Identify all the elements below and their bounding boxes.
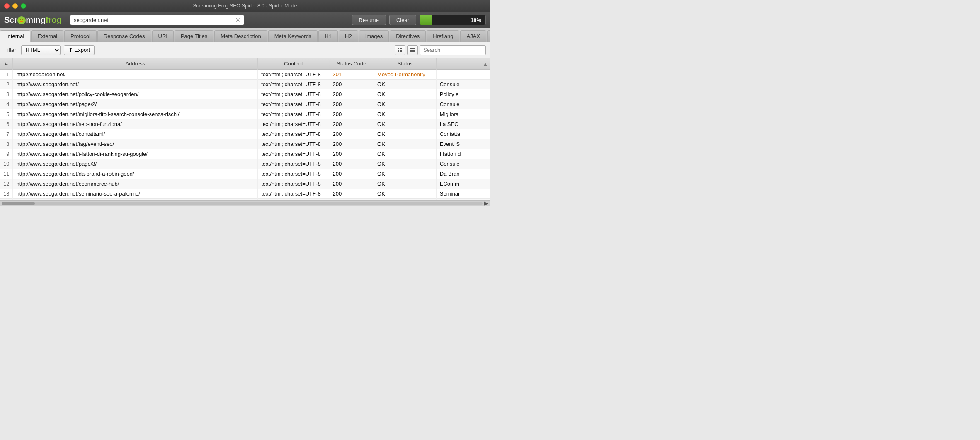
cell-status: OK — [374, 139, 437, 149]
cell-title: Policy e — [436, 89, 490, 99]
list-view-button[interactable] — [407, 45, 418, 55]
logo-ming: ming — [26, 15, 46, 24]
table-row[interactable]: 2 http://www.seogarden.net/ text/html; c… — [0, 80, 490, 89]
header-bar: Scr🐸mingfrog seogarden.net ✕ Resume Clea… — [0, 12, 490, 28]
cell-status-code: 200 — [329, 189, 374, 199]
table-row[interactable]: 5 http://www.seogarden.net/migliora-tito… — [0, 109, 490, 119]
cell-num: 1 — [0, 70, 13, 80]
cell-status: OK — [374, 99, 437, 109]
table-row[interactable]: 3 http://www.seogarden.net/policy-cookie… — [0, 89, 490, 99]
cell-content: text/html; charset=UTF-8 — [258, 179, 329, 189]
cell-status-code: 200 — [329, 109, 374, 119]
filter-select[interactable]: HTML All JavaScript CSS Images PDF Flash… — [21, 45, 61, 55]
tab-response-codes[interactable]: Response Codes — [97, 30, 151, 42]
table-row[interactable]: 13 http://www.seogarden.net/seminario-se… — [0, 189, 490, 199]
cell-content: text/html; charset=UTF-8 — [258, 70, 329, 80]
close-button[interactable] — [4, 3, 10, 9]
table-row[interactable]: 7 http://www.seogarden.net/contattami/ t… — [0, 129, 490, 139]
scroll-right-btn[interactable]: ▶ — [484, 200, 488, 206]
clear-button[interactable]: Clear — [389, 15, 416, 25]
logo: Scr🐸mingfrog — [4, 15, 62, 25]
tab-page-titles[interactable]: Page Titles — [175, 30, 213, 42]
col-content[interactable]: Content — [258, 58, 329, 70]
svg-rect-1 — [400, 48, 402, 49]
cell-address: http://www.seogarden.net/da-brand-a-robi… — [13, 169, 258, 179]
url-clear-icon[interactable]: ✕ — [235, 17, 240, 23]
table-scroll[interactable]: # Address Content Status Code Status ▲ 1… — [0, 58, 490, 200]
cell-status: OK — [374, 89, 437, 99]
table-row[interactable]: 11 http://www.seogarden.net/da-brand-a-r… — [0, 169, 490, 179]
tab-hreflang[interactable]: Hreflang — [427, 30, 459, 42]
cell-address: http://www.seogarden.net/i-fattori-di-ra… — [13, 149, 258, 159]
tree-view-button[interactable] — [395, 45, 405, 55]
cell-title: EComm — [436, 179, 490, 189]
cell-num: 8 — [0, 139, 13, 149]
table-row[interactable]: 1 http://seogarden.net/ text/html; chars… — [0, 70, 490, 80]
cell-num: 3 — [0, 89, 13, 99]
table-row[interactable]: 4 http://www.seogarden.net/page/2/ text/… — [0, 99, 490, 109]
cell-address: http://www.seogarden.net/policy-cookie-s… — [13, 89, 258, 99]
table-header-row: # Address Content Status Code Status ▲ — [0, 58, 490, 70]
cell-status-code: 301 — [329, 70, 374, 80]
col-status[interactable]: Status — [374, 58, 437, 70]
tab-images[interactable]: Images — [359, 30, 389, 42]
cell-title: Contatta — [436, 129, 490, 139]
table-row[interactable]: 10 http://www.seogarden.net/page/3/ text… — [0, 159, 490, 169]
tab-meta-keywords[interactable]: Meta Keywords — [268, 30, 318, 42]
tab-external[interactable]: External — [31, 30, 63, 42]
progress-text: 18% — [471, 17, 481, 23]
col-title[interactable]: ▲ — [436, 58, 490, 70]
cell-address: http://www.seogarden.net/ecommerce-hub/ — [13, 179, 258, 189]
cell-status: OK — [374, 109, 437, 119]
col-address[interactable]: Address — [13, 58, 258, 70]
tab-custom[interactable]: Custom — [487, 30, 490, 42]
table-row[interactable]: 6 http://www.seogarden.net/seo-non-funzi… — [0, 119, 490, 129]
cell-status-code: 200 — [329, 179, 374, 189]
tab-directives[interactable]: Directives — [390, 30, 426, 42]
cell-status-code: 200 — [329, 89, 374, 99]
tab-protocol[interactable]: Protocol — [64, 30, 97, 42]
cell-content: text/html; charset=UTF-8 — [258, 80, 329, 89]
maximize-button[interactable] — [21, 3, 26, 9]
scroll-track — [2, 202, 483, 205]
export-icon: ⬆ — [68, 47, 73, 53]
tab-uri[interactable]: URI — [152, 30, 174, 42]
table-row[interactable]: 12 http://www.seogarden.net/ecommerce-hu… — [0, 179, 490, 189]
cell-status: OK — [374, 149, 437, 159]
cell-content: text/html; charset=UTF-8 — [258, 89, 329, 99]
tab-internal[interactable]: Internal — [0, 30, 30, 42]
cell-address: http://www.seogarden.net/contattami/ — [13, 129, 258, 139]
horizontal-scrollbar[interactable]: ▶ — [0, 200, 490, 206]
export-button[interactable]: ⬆ Export — [64, 45, 95, 55]
logo-icon: 🐸 — [17, 16, 26, 24]
scroll-thumb[interactable] — [2, 202, 35, 205]
tab-meta-description[interactable]: Meta Description — [214, 30, 267, 42]
cell-address: http://www.seogarden.net/page/2/ — [13, 99, 258, 109]
tab-ajax[interactable]: AJAX — [460, 30, 486, 42]
cell-status: OK — [374, 179, 437, 189]
cell-status-code: 200 — [329, 149, 374, 159]
progress-bar-container: 18% — [420, 15, 486, 25]
cell-status-code: 200 — [329, 169, 374, 179]
cell-title: I fattori d — [436, 149, 490, 159]
filter-label: Filter: — [4, 47, 18, 53]
resume-button[interactable]: Resume — [352, 15, 386, 25]
minimize-button[interactable] — [12, 3, 18, 9]
cell-num: 2 — [0, 80, 13, 89]
col-status-code[interactable]: Status Code — [329, 58, 374, 70]
table-row[interactable]: 9 http://www.seogarden.net/i-fattori-di-… — [0, 149, 490, 159]
cell-status-code: 200 — [329, 139, 374, 149]
search-input[interactable] — [420, 45, 486, 55]
tab-h1[interactable]: H1 — [318, 30, 338, 42]
cell-num: 11 — [0, 169, 13, 179]
url-input[interactable]: seogarden.net — [74, 17, 235, 23]
table-row[interactable]: 8 http://www.seogarden.net/tag/eventi-se… — [0, 139, 490, 149]
cell-num: 13 — [0, 189, 13, 199]
url-bar: seogarden.net ✕ — [70, 15, 244, 25]
cell-title: Eventi S — [436, 139, 490, 149]
cell-address: http://www.seogarden.net/migliora-titoli… — [13, 109, 258, 119]
tab-h2[interactable]: H2 — [339, 30, 358, 42]
cell-content: text/html; charset=UTF-8 — [258, 129, 329, 139]
cell-content: text/html; charset=UTF-8 — [258, 119, 329, 129]
cell-content: text/html; charset=UTF-8 — [258, 169, 329, 179]
